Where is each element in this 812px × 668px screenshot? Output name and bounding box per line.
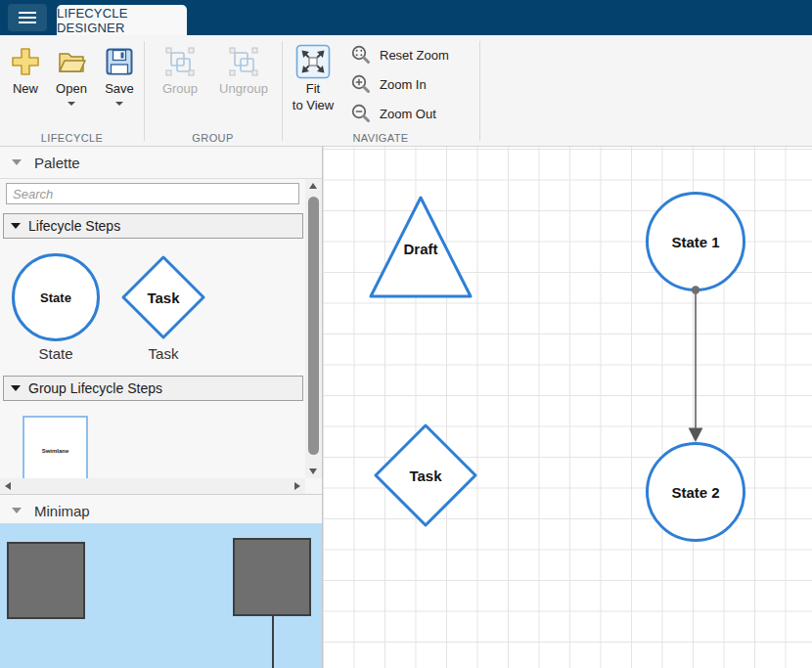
open-button[interactable]: Open [49,45,94,106]
group-icon [163,45,197,78]
collapse-arrow-icon[interactable] [12,508,22,513]
hamburger-menu-icon[interactable] [8,4,47,31]
save-button[interactable]: Save [99,45,140,106]
minimap-header[interactable]: Minimap [0,494,322,526]
scroll-up-arrow-icon[interactable] [309,183,317,189]
ribbon-divider [479,41,480,141]
palette-caption-task: Task [119,345,207,362]
minimap-node[interactable] [233,538,311,616]
zoom-out-icon [350,103,372,124]
group-lifecycle-steps-title: Group Lifecycle Steps [28,380,162,396]
palette-item-task[interactable]: Task [119,253,207,341]
scroll-right-arrow-icon[interactable] [294,482,300,490]
side-panel: Palette Lifecycle Steps State Task State… [0,147,323,668]
ribbon-divider [282,41,283,141]
palette-caption-state: State [12,345,100,362]
new-button[interactable]: New [5,45,46,96]
toolstrip-ribbon: New Open Save LIFECYCLE [0,35,812,147]
diagram-canvas[interactable]: Draft State 1 State 2 Task [323,147,812,668]
edge-source-anchor[interactable] [692,286,699,293]
palette-horizontal-scrollbar[interactable] [0,478,305,494]
ungroup-icon [227,45,260,78]
lifecycle-designer-app: LIFECYCLE DESIGNER New Open [0,0,812,668]
fit-to-view-label-line1: Fit [306,80,320,97]
palette-vertical-scrollbar[interactable] [305,179,322,478]
save-dropdown-caret-icon[interactable] [115,102,123,106]
node-state1[interactable]: State 1 [648,194,744,290]
edge-state1-state2[interactable] [689,286,703,442]
node-state1-label: State 1 [671,234,719,250]
palette-item-state[interactable]: State [12,253,100,341]
ribbon-divider [144,41,145,141]
minimap-title: Minimap [34,503,90,519]
save-floppy-icon [103,45,136,78]
tab-label: LIFECYCLE DESIGNER [57,6,187,35]
tab-lifecycle-designer[interactable]: LIFECYCLE DESIGNER [57,5,187,35]
collapse-arrow-icon[interactable] [11,223,21,229]
node-state2-label: State 2 [671,484,719,501]
zoom-out-button[interactable]: Zoom Out [350,102,436,125]
zoom-in-icon [350,73,372,95]
palette-item-swimlane[interactable]: Swimlane [23,416,88,485]
scroll-left-arrow-icon[interactable] [5,482,11,490]
ungroup-button[interactable]: Ungroup [211,45,276,96]
fit-to-view-button[interactable]: Fit to View [290,43,337,113]
group-lifecycle-steps-section-header[interactable]: Group Lifecycle Steps [3,376,303,401]
zoom-out-label: Zoom Out [380,107,436,121]
lifecycle-steps-section-header[interactable]: Lifecycle Steps [3,213,303,239]
zoom-in-label: Zoom In [380,77,427,92]
palette-header[interactable]: Palette [0,147,322,179]
node-task-label: Task [409,468,442,484]
palette-title: Palette [34,155,80,171]
fit-to-view-label-line2: to View [293,97,334,113]
edge-arrowhead-icon [689,428,703,443]
state-shape-label: State [40,290,71,305]
title-bar: LIFECYCLE DESIGNER [0,0,812,35]
minimap-edge [272,616,274,668]
vertical-scrollbar-thumb[interactable] [308,197,319,455]
ungroup-label: Ungroup [219,81,268,96]
reset-zoom-label: Reset Zoom [380,48,449,63]
swimlane-label: Swimlane [42,448,69,454]
new-label: New [13,81,38,96]
section-label-navigate: NAVIGATE [282,132,479,144]
group-button[interactable]: Group [152,45,208,96]
collapse-arrow-icon[interactable] [11,385,21,391]
new-plus-icon [9,45,42,78]
collapse-arrow-icon[interactable] [12,159,22,165]
minimap-viewport[interactable] [0,523,322,668]
save-label: Save [105,81,134,96]
open-folder-icon [55,45,88,78]
section-label-lifecycle: LIFECYCLE [0,132,144,144]
section-label-group: GROUP [144,132,282,144]
open-label: Open [56,81,87,96]
node-state2[interactable]: State 2 [648,444,744,541]
group-label: Group [162,81,198,96]
zoom-in-button[interactable]: Zoom In [350,72,427,96]
scroll-down-arrow-icon[interactable] [309,468,317,474]
fit-to-view-icon [294,43,332,80]
palette-search-input[interactable] [6,183,299,204]
open-dropdown-caret-icon[interactable] [68,102,75,106]
node-draft-label: Draft [403,241,437,257]
node-draft[interactable]: Draft [371,198,471,296]
node-task[interactable]: Task [376,425,475,525]
task-shape-label: Task [147,289,180,306]
lifecycle-steps-title: Lifecycle Steps [28,218,120,234]
reset-zoom-icon [350,44,372,66]
minimap-node[interactable] [7,542,85,619]
reset-zoom-button[interactable]: Reset Zoom [350,43,449,67]
